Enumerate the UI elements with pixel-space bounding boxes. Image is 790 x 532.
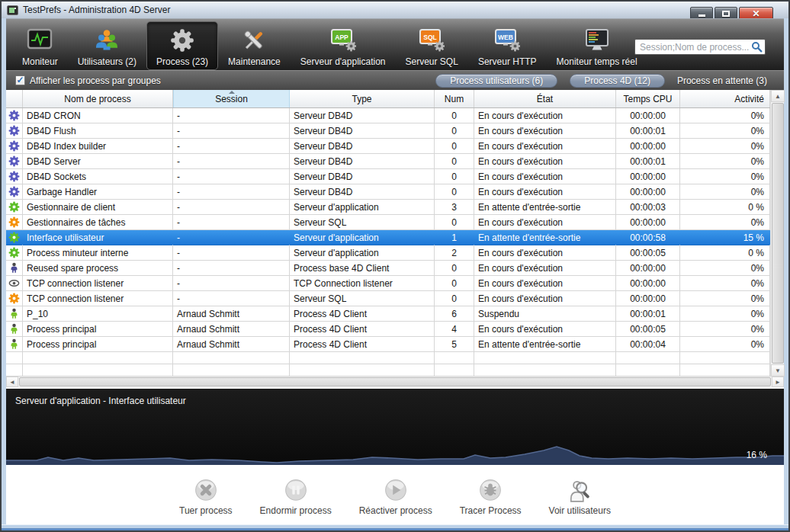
user-green-icon (6, 322, 23, 337)
magnifier-user-icon (567, 478, 592, 504)
cell-num: 0 (435, 108, 474, 123)
play-icon (384, 478, 408, 504)
table-row[interactable]: DB4D Flush-Serveur DB4D0En cours d'exécu… (6, 123, 770, 139)
cell-activity: 0% (680, 306, 770, 322)
cell-type: Serveur DB4D (290, 184, 435, 200)
cell-process-name: Process principal (23, 322, 173, 337)
table-row[interactable]: Process minuteur interne-Serveur d'appli… (6, 245, 770, 261)
graph-value-label: 16 % (747, 450, 767, 460)
search-input[interactable] (640, 42, 751, 53)
table-row[interactable]: DB4D Server-Serveur DB4D0En cours d'exéc… (6, 154, 770, 169)
scroll-down-icon[interactable]: ▼ (771, 364, 785, 377)
toolbar-item-moniteur-temps-r-el[interactable]: Moniteur temps réel (547, 21, 647, 70)
table-row[interactable]: Process principalArnaud SchmittProcess 4… (6, 322, 770, 337)
cell-session: - (173, 276, 290, 291)
user-blue-icon (6, 261, 23, 276)
scroll-right-icon[interactable]: ► (772, 377, 784, 387)
table-row[interactable]: Reused spare process-Process base 4D Cli… (6, 261, 770, 276)
cell-cpu-time: 00:00:01 (616, 154, 680, 169)
eye-icon (6, 276, 23, 291)
cell-state: En cours d'exécution (474, 291, 616, 306)
cell-type: Serveur SQL (290, 291, 435, 306)
horizontal-scrollbar[interactable]: ◄ ► (6, 377, 784, 389)
scroll-up-icon[interactable]: ▲ (771, 90, 785, 102)
toolbar-item-serveur-d-application[interactable]: APP Serveur d'application (291, 21, 396, 70)
cell-activity: 15 % (680, 230, 770, 245)
toolbar-item-moniteur[interactable]: Moniteur (12, 21, 68, 70)
bug-icon (478, 478, 503, 504)
horizontal-scrollbar-thumb[interactable] (19, 377, 771, 386)
cell-cpu-time: 00:00:00 (616, 276, 680, 291)
table-row[interactable]: TCP connection listener-TCP Connection l… (6, 276, 770, 291)
table-row[interactable]: DB4D Index builder-Serveur DB4D0En cours… (6, 139, 770, 154)
column-header-session[interactable]: Session (173, 90, 290, 107)
table-row[interactable]: DB4D Sockets-Serveur DB4D0En cours d'exé… (6, 169, 770, 184)
toolbar-item-label: Process (23) (156, 56, 208, 67)
cell-process-name: Process minuteur interne (23, 245, 173, 261)
table-row[interactable]: P_10Arnaud SchmittProcess 4D Client6Susp… (6, 306, 770, 322)
column-header-tat[interactable]: État (474, 90, 616, 107)
toolbar-item-serveur-http[interactable]: WEB Serveur HTTP (468, 21, 547, 70)
search-box[interactable] (634, 39, 766, 55)
column-header-temps-cpu[interactable]: Temps CPU (616, 90, 680, 107)
action-button-voir-utilisateurs[interactable]: Voir utilisateurs (549, 478, 611, 516)
cell-num: 0 (435, 184, 474, 200)
cell-num: 0 (435, 169, 474, 184)
table-row[interactable]: Interface utilisateur-Serveur d'applicat… (6, 230, 770, 245)
gear-purple-icon (6, 123, 23, 139)
table-row[interactable]: TCP connection listener-Serveur SQL0En c… (6, 291, 770, 306)
cell-num: 0 (435, 261, 474, 276)
action-button-tracer-process[interactable]: Tracer Process (460, 478, 522, 516)
action-button-tuer-process[interactable]: Tuer process (179, 478, 233, 516)
column-header-activit[interactable]: Activité (680, 90, 770, 107)
group-processes-label: Afficher les process par groupes (30, 75, 161, 86)
4d-processes-button[interactable]: Process 4D (12) (570, 74, 665, 88)
column-header-num[interactable]: Num (435, 90, 474, 107)
cell-num: 0 (435, 276, 474, 291)
action-button-r-activer-process[interactable]: Réactiver process (359, 478, 432, 516)
column-header-icon[interactable] (6, 90, 23, 107)
toolbar-item-label: Moniteur temps réel (557, 56, 637, 67)
cell-type: Serveur d'application (290, 245, 435, 261)
gear-purple-icon (6, 184, 23, 200)
cell-process-name: TCP connection listener (23, 276, 173, 291)
vertical-scrollbar-thumb[interactable] (772, 103, 784, 364)
vertical-scrollbar[interactable]: ▲ ▼ (770, 90, 784, 377)
gear-purple-icon (6, 154, 23, 169)
cell-state: En cours d'exécution (474, 123, 616, 139)
cell-num: 1 (435, 230, 474, 245)
toolbar-item-maintenance[interactable]: Maintenance (218, 21, 291, 70)
cell-state: En cours d'exécution (474, 261, 616, 276)
cell-state: En cours d'exécution (474, 184, 616, 200)
scroll-left-icon[interactable]: ◄ (6, 377, 18, 387)
cell-process-name: Reused spare process (23, 261, 173, 276)
table-row[interactable]: Gestionnaires de tâches-Serveur SQL0En c… (6, 215, 770, 230)
cell-cpu-time: 00:00:05 (616, 322, 680, 337)
table-row[interactable]: DB4D CRON-Serveur DB4D0En cours d'exécut… (6, 108, 770, 123)
gear-purple-icon (6, 108, 23, 123)
column-header-nom-de-process[interactable]: Nom de process (23, 90, 173, 107)
group-processes-checkbox[interactable]: ✓ (15, 75, 25, 85)
cell-session: - (173, 154, 290, 169)
activity-graph (6, 438, 784, 465)
title-bar[interactable]: TestPrefs - Administration 4D Server ✕ (2, 2, 788, 18)
column-header-type[interactable]: Type (290, 90, 435, 107)
toolbar-item-process-23[interactable]: Process (23) (146, 21, 218, 70)
search-icon[interactable] (751, 41, 763, 53)
action-button-endormir-process[interactable]: Endormir process (260, 478, 332, 516)
user-processes-button[interactable]: Process utilisateurs (6) (435, 74, 557, 88)
cell-activity: 0% (680, 169, 770, 184)
table-row[interactable]: Garbage Handler-Serveur DB4D0En cours d'… (6, 184, 770, 200)
cell-type: Process 4D Client (290, 337, 435, 352)
cell-num: 0 (435, 139, 474, 154)
cell-session: - (173, 291, 290, 306)
toolbar-item-serveur-sql[interactable]: SQL Serveur SQL (396, 21, 468, 70)
user-green-icon (6, 306, 23, 322)
table-row[interactable]: Gestionnaire de client-Serveur d'applica… (6, 200, 770, 215)
action-button-label: Tuer process (179, 505, 233, 516)
cell-state: Suspendu (474, 306, 616, 322)
table-row[interactable]: Process principalArnaud SchmittProcess 4… (6, 337, 770, 352)
activity-graph-panel: Serveur d'application - Interface utilis… (6, 389, 784, 465)
toolbar-item-utilisateurs-2[interactable]: Utilisateurs (2) (68, 21, 146, 70)
cell-num: 4 (435, 322, 474, 337)
